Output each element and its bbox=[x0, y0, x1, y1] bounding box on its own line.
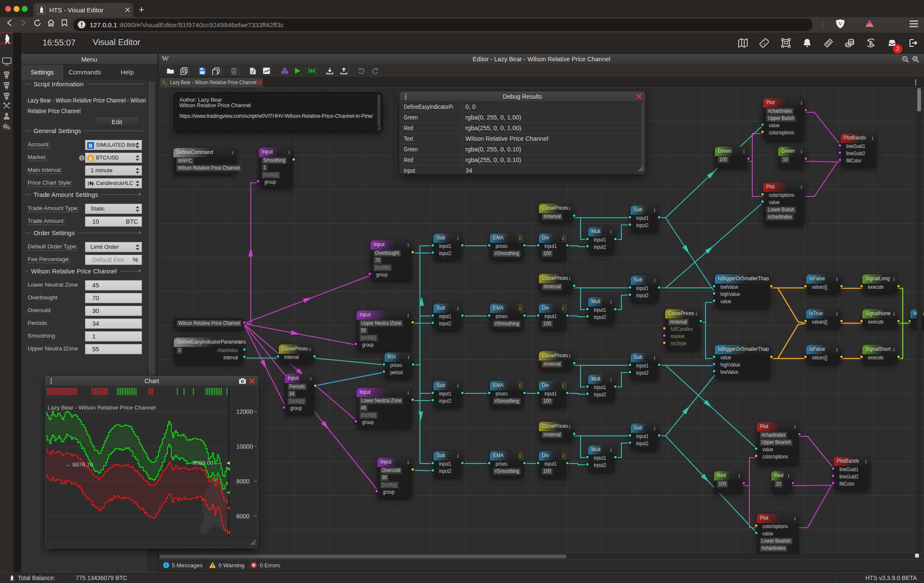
svg-text:₿: ₿ bbox=[869, 40, 873, 46]
svg-text:B: B bbox=[89, 143, 93, 149]
svg-text:₿: ₿ bbox=[89, 156, 93, 161]
svg-text:V: V bbox=[839, 21, 842, 27]
